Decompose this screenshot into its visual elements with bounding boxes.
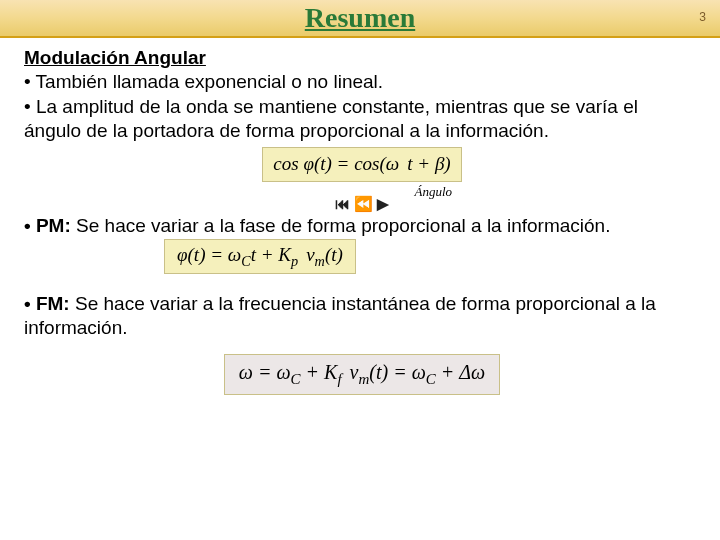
equation-1: cos φ(t) = cos(ωt + β) xyxy=(262,147,461,181)
page-number: 3 xyxy=(699,10,706,24)
equation-3-wrap: ω = ωC + Kfvm(t) = ωC + Δω xyxy=(24,354,700,395)
equation-2: φ(t) = ωCt + Kpvm(t) xyxy=(164,239,356,274)
equation-2-wrap: φ(t) = ωCt + Kpvm(t) xyxy=(24,239,700,274)
equation-3: ω = ωC + Kfvm(t) = ωC + Δω xyxy=(224,354,500,395)
bullet-1: • También llamada exponencial o no linea… xyxy=(24,70,700,94)
bullet-2: • La amplitud de la onda se mantiene con… xyxy=(24,95,700,144)
title-bar: Resumen 3 xyxy=(0,0,720,38)
content-area: Modulación Angular • También llamada exp… xyxy=(0,38,720,395)
pm-text: Se hace variar a la fase de forma propor… xyxy=(71,215,611,236)
pm-label: • PM: xyxy=(24,215,71,236)
page-title: Resumen xyxy=(305,2,415,34)
section-heading: Modulación Angular xyxy=(24,46,700,70)
fm-bullet: • FM: Se hace variar a la frecuencia ins… xyxy=(24,292,700,341)
equation-1-wrap: cos φ(t) = cos(ωt + β) ⏮ ⏪ ▶ Ángulo xyxy=(24,147,700,200)
media-controls-overlay[interactable]: ⏮ ⏪ ▶ xyxy=(335,194,389,213)
fm-label: • FM: xyxy=(24,293,70,314)
pm-bullet: • PM: Se hace variar a la fase de forma … xyxy=(24,214,700,238)
fm-text: Se hace variar a la frecuencia instantán… xyxy=(24,293,656,338)
